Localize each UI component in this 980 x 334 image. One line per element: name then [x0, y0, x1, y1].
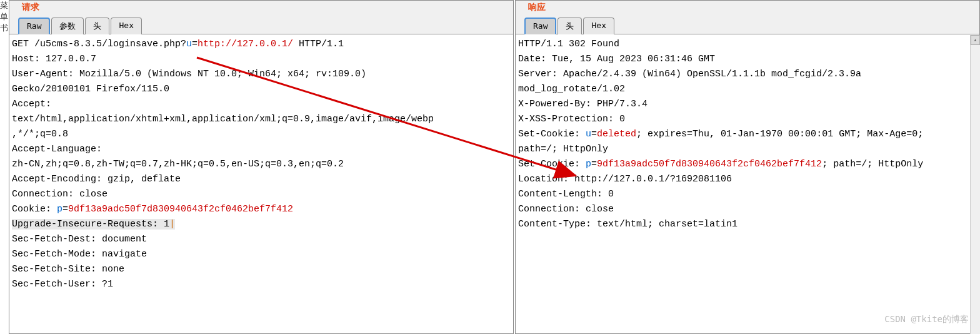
req-sf-site: Sec-Fetch-Site: none [12, 264, 124, 275]
request-content[interactable]: GET /u5cms-8.3.5/loginsave.php?u=http://… [9, 34, 513, 333]
response-panel: 响应 Raw 头 Hex HTTP/1.1 302 Found Date: Tu… [515, 0, 980, 334]
req-upgrade: Upgrade-Insecure-Requests: 1| [12, 219, 175, 230]
response-content[interactable]: HTTP/1.1 302 Found Date: Tue, 15 Aug 202… [516, 34, 979, 333]
req-ua1: User-Agent: Mozilla/5.0 (Windows NT 10.0… [12, 69, 366, 79]
req-conn: Connection: close [12, 189, 108, 200]
response-title: 响应 [516, 1, 979, 14]
tab-headers-resp[interactable]: 头 [558, 18, 582, 34]
req-accept-lbl: Accept: [12, 99, 51, 109]
main-container: 请求 Raw 参数 头 Hex GET /u5cms-8.3.5/loginsa… [0, 0, 980, 334]
req-cookie: Cookie: p=9df13a9adc50f7d830940643f2cf04… [12, 204, 293, 215]
resp-sc1: Set-Cookie: u=deleted; expires=Thu, 01-J… [518, 129, 923, 139]
req-accept2: ,*/*;q=0.8 [12, 129, 68, 139]
tab-raw[interactable]: Raw [18, 18, 50, 34]
resp-server2: mod_log_rotate/1.02 [518, 84, 625, 94]
left-gutter: 菜单书 [0, 0, 9, 34]
text-cursor: | [169, 219, 175, 230]
req-line1: GET /u5cms-8.3.5/loginsave.php?u=http://… [12, 39, 344, 49]
response-tabbar: Raw 头 Hex [516, 14, 979, 34]
req-sf-user: Sec-Fetch-User: ?1 [12, 279, 113, 290]
req-acc-lang-lbl: Accept-Language: [12, 144, 102, 154]
tab-params[interactable]: 参数 [51, 18, 84, 34]
resp-sc1b: path=/; HttpOnly [518, 144, 608, 154]
req-ua2: Gecko/20100101 Firefox/115.0 [12, 84, 169, 94]
resp-ctype: Content-Type: text/html; charset=latin1 [518, 219, 738, 230]
req-host: Host: 127.0.0.7 [12, 54, 96, 64]
tab-headers[interactable]: 头 [85, 18, 109, 34]
resp-server1: Server: Apache/2.4.39 (Win64) OpenSSL/1.… [518, 69, 861, 79]
resp-conn: Connection: close [518, 204, 614, 215]
resp-loc: Location: http://127.0.0.1/?1692081106 [518, 174, 732, 185]
resp-clen: Content-Length: 0 [518, 189, 614, 200]
req-acc-enc: Accept-Encoding: gzip, deflate [12, 174, 181, 185]
resp-xss: X-XSS-Protection: 0 [518, 114, 625, 124]
resp-sc2: Set-Cookie: p=9df13a9adc50f7d830940643f2… [518, 159, 923, 170]
tab-hex-resp[interactable]: Hex [583, 18, 614, 34]
resp-status: HTTP/1.1 302 Found [518, 39, 619, 49]
tab-raw-resp[interactable]: Raw [524, 18, 556, 34]
tab-hex[interactable]: Hex [111, 18, 141, 34]
request-tabbar: Raw 参数 头 Hex [9, 14, 513, 34]
resp-xpb: X-Powered-By: PHP/7.3.4 [518, 99, 648, 109]
req-acc-lang: zh-CN,zh;q=0.8,zh-TW;q=0.7,zh-HK;q=0.5,e… [12, 159, 344, 170]
req-accept1: text/html,application/xhtml+xml,applicat… [12, 114, 434, 124]
req-sf-mode: Sec-Fetch-Mode: navigate [12, 249, 147, 260]
req-sf-dest: Sec-Fetch-Dest: document [12, 234, 147, 245]
request-panel: 请求 Raw 参数 头 Hex GET /u5cms-8.3.5/loginsa… [9, 0, 514, 334]
resp-date: Date: Tue, 15 Aug 2023 06:31:46 GMT [518, 54, 715, 64]
request-title: 请求 [9, 1, 513, 14]
